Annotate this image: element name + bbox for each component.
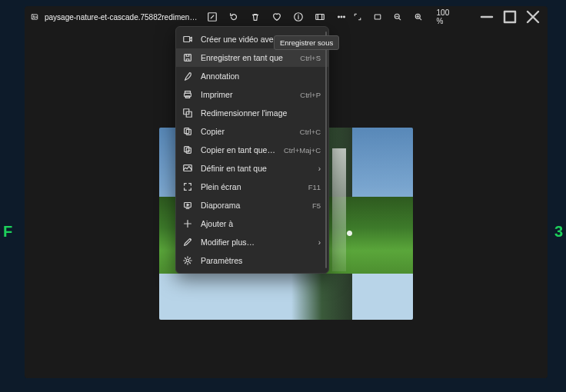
menu-item-label: Copier en tant que chemin d'accès (201, 145, 276, 154)
toolbar-center (207, 12, 347, 22)
chevron-right-icon: › (318, 238, 321, 247)
menu-item-label: Diaporama (201, 201, 305, 210)
menu-item-label: Ajouter à (201, 219, 321, 228)
resize-icon (182, 108, 193, 118)
delete-icon[interactable] (250, 12, 261, 22)
menu-item-resize[interactable]: Redimensionner l'image (176, 104, 328, 122)
svg-rect-11 (504, 12, 515, 22)
rotate-icon[interactable] (228, 12, 239, 22)
svg-rect-12 (184, 37, 190, 42)
menu-item-shortcut: F11 (308, 183, 321, 191)
edit-image-icon[interactable] (207, 12, 218, 22)
background-left-letter: F (3, 223, 12, 241)
chevron-right-icon: › (318, 164, 321, 173)
menu-item-shortcut: Ctrl+S (300, 54, 321, 62)
menu-item-label: Paramètres (201, 256, 321, 265)
menu-item-shortcut: Ctrl+P (300, 91, 321, 99)
menu-item-label: Plein écran (201, 182, 301, 191)
menu-item-copy-path[interactable]: Copier en tant que chemin d'accèsCtrl+Ma… (176, 141, 328, 159)
app-icon (31, 12, 38, 22)
info-icon[interactable] (293, 12, 304, 22)
svg-point-7 (344, 16, 345, 18)
menu-item-label: Annotation (201, 71, 321, 81)
edit-icon (182, 237, 193, 247)
svg-point-1 (33, 16, 34, 17)
svg-rect-4 (316, 15, 325, 20)
svg-point-5 (338, 16, 340, 18)
film-icon[interactable] (315, 12, 325, 22)
print-icon (182, 89, 193, 100)
menu-item-shortcut: Ctrl+C (300, 128, 321, 136)
menu-item-label: Modifier plus… (201, 238, 311, 247)
titlebar: paysage-nature-et-cascade.75882redimensi… (25, 6, 548, 28)
background-right-letter: 3 (554, 223, 563, 241)
menu-item-add[interactable]: Ajouter à (176, 214, 328, 233)
menu-item-shortcut: F5 (312, 201, 321, 210)
maximize-button[interactable] (498, 6, 521, 28)
toolbar-right: 100 % (353, 6, 544, 28)
annotate-icon (182, 71, 193, 81)
svg-rect-8 (375, 15, 381, 19)
slideshow-icon (182, 200, 193, 211)
zoom-in-icon[interactable] (414, 12, 423, 22)
zoom-percentage: 100 % (437, 8, 455, 25)
menu-item-settings[interactable]: Paramètres (176, 251, 328, 270)
copy-path-icon (182, 145, 193, 155)
copy-icon (182, 126, 193, 137)
add-icon (182, 218, 193, 229)
minimize-button[interactable] (475, 6, 498, 28)
window-title: paysage-nature-et-cascade.75882redimensi… (45, 13, 201, 22)
menu-item-label: Définir en tant que (201, 164, 311, 173)
menu-item-label: Enregistrer en tant que (201, 53, 292, 62)
menu-item-shortcut: Ctrl+Maj+C (284, 146, 321, 154)
svg-point-25 (186, 259, 189, 262)
save-icon (182, 52, 193, 63)
fullscreen-toggle-icon[interactable] (353, 12, 362, 22)
close-button[interactable] (521, 6, 544, 28)
menu-item-set-as[interactable]: Définir en tant que› (176, 159, 328, 178)
favorite-icon[interactable] (271, 12, 282, 22)
menu-item-edit[interactable]: Modifier plus…› (176, 233, 328, 251)
menu-item-save[interactable]: Enregistrer en tant queCtrl+S (176, 48, 328, 67)
more-icon[interactable] (336, 12, 347, 22)
menu-item-copy[interactable]: CopierCtrl+C (176, 122, 328, 141)
menu-item-annotate[interactable]: Annotation (176, 67, 328, 85)
fit-icon[interactable] (373, 12, 382, 22)
svg-point-6 (341, 16, 342, 18)
menu-item-fullscreen[interactable]: Plein écranF11 (176, 178, 328, 196)
window-controls (475, 6, 544, 28)
menu-item-slideshow[interactable]: DiaporamaF5 (176, 196, 328, 214)
video-icon (182, 34, 193, 45)
tooltip: Enregistrer sous (274, 35, 339, 50)
fullscreen-icon (182, 181, 193, 192)
settings-icon (182, 255, 193, 266)
context-menu: Créer une vidéo avec Microsoft›Enregistr… (175, 26, 329, 274)
svg-rect-13 (185, 55, 191, 61)
menu-item-print[interactable]: ImprimerCtrl+P (176, 85, 328, 104)
set-as-icon (182, 163, 193, 174)
zoom-out-icon[interactable] (393, 12, 402, 22)
menu-item-label: Redimensionner l'image (201, 108, 321, 118)
menu-item-label: Imprimer (201, 90, 292, 99)
menu-item-label: Copier (201, 127, 292, 136)
